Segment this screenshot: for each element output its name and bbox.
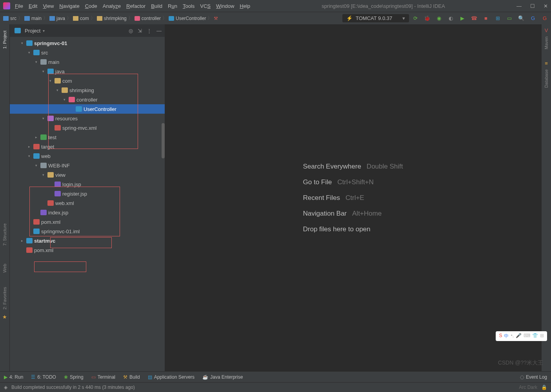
folder-icon: [40, 163, 47, 168]
status-bar: ◈ Build completed successfully in 2 s 44…: [0, 382, 551, 392]
tree-node-indexjsp[interactable]: index.jsp: [10, 208, 165, 217]
tree-node-web[interactable]: ▾web: [10, 151, 165, 161]
layers-icon[interactable]: ◈: [4, 385, 7, 390]
menu-run[interactable]: Run: [168, 3, 177, 9]
tree-node-loginjsp[interactable]: login.jsp: [10, 180, 165, 189]
search-icon[interactable]: 🔍: [518, 15, 524, 21]
tree-node-webinf[interactable]: ▾WEB-INF: [10, 161, 165, 170]
google-icon[interactable]: G: [530, 15, 536, 21]
target-icon[interactable]: ◎: [129, 28, 133, 34]
toolstrip-project[interactable]: 1: Project: [2, 27, 7, 52]
lock-icon[interactable]: 🔒: [541, 385, 547, 390]
debug-icon[interactable]: ☎: [471, 15, 477, 21]
bb-run[interactable]: ▶4: Run: [4, 374, 23, 380]
menu-tools[interactable]: Tools: [183, 3, 195, 9]
bc-src[interactable]: src: [10, 16, 16, 21]
tree-node-springmvcxml[interactable]: spring-mvc.xml: [10, 123, 165, 132]
tree-node-target[interactable]: ▸target: [10, 142, 165, 151]
watermark: CSDN @??米大王: [498, 359, 543, 367]
tree-node-com[interactable]: ▾com: [10, 76, 165, 85]
bc-com[interactable]: com: [80, 16, 89, 21]
tree-node-shrimpking[interactable]: ▾shrimpking: [10, 85, 165, 95]
tree-node-pomxml2[interactable]: pom.xml: [10, 245, 165, 255]
profile-icon[interactable]: ◐: [447, 15, 454, 21]
bb-terminal[interactable]: ▭Terminal: [91, 374, 115, 380]
bb-todo[interactable]: ☰6: TODO: [31, 374, 56, 380]
tree-node-springmvc01[interactable]: ▾springmvc-01: [10, 38, 165, 48]
tree-node-webxml[interactable]: web.xml: [10, 198, 165, 208]
package-icon: [73, 16, 78, 21]
tree-node-view[interactable]: ▾view: [10, 170, 165, 180]
source-folder-icon: [47, 69, 54, 74]
scrollbar-thumb[interactable]: [162, 123, 165, 158]
resources-icon: [47, 116, 54, 121]
menu-edit[interactable]: Edit: [29, 3, 37, 9]
tree-node-resources[interactable]: ▾resources: [10, 114, 165, 123]
minimize-icon[interactable]: —: [516, 3, 522, 9]
tree-node-java[interactable]: ▾java: [10, 67, 165, 76]
stop-icon[interactable]: ■: [483, 15, 489, 21]
toolstrip-maven[interactable]: Maven: [544, 33, 549, 53]
menu-analyze[interactable]: Analyze: [103, 3, 121, 9]
menu-vcs[interactable]: VCS: [200, 3, 211, 9]
run-icon[interactable]: ▶: [459, 15, 466, 21]
tree-node-startmvc[interactable]: ▸startmvc: [10, 236, 165, 245]
tree-node-controller[interactable]: ▾controller: [10, 95, 165, 104]
toolstrip-structure[interactable]: 7: Structure: [2, 220, 7, 249]
maximize-icon[interactable]: ☐: [530, 3, 535, 9]
jsp-icon: [55, 181, 61, 187]
coverage-icon[interactable]: ◉: [436, 15, 442, 21]
bb-eventlog[interactable]: ◌Event Log: [520, 374, 547, 380]
tree-node-test[interactable]: ▸test: [10, 132, 165, 142]
menu-code[interactable]: Code: [85, 3, 97, 9]
collapse-icon[interactable]: ⇲: [138, 28, 142, 34]
tree-node-iml[interactable]: springmvc-01.iml: [10, 227, 165, 236]
bb-spring[interactable]: ❀Spring: [64, 374, 84, 380]
toolstrip-web[interactable]: Web: [2, 261, 7, 276]
bc-controller[interactable]: controller: [142, 16, 161, 21]
chevron-down-icon[interactable]: ▾: [43, 29, 45, 33]
highlight-box: [34, 261, 86, 272]
tree-node-pomxml[interactable]: pom.xml: [10, 217, 165, 227]
panel-title-label[interactable]: Project: [25, 28, 40, 34]
tree-node-main[interactable]: ▾main: [10, 57, 165, 67]
menu-file[interactable]: File: [15, 3, 23, 9]
tree-node-src[interactable]: ▾src: [10, 48, 165, 57]
xml-icon: [55, 125, 61, 131]
bc-java[interactable]: java: [56, 16, 65, 21]
maven-icon: [26, 247, 33, 253]
run-config-label: TOMCAT 9.0.37: [356, 15, 392, 21]
bc-main[interactable]: main: [31, 16, 42, 21]
menu-window[interactable]: Window: [216, 3, 234, 9]
database-icon: ≡: [545, 60, 548, 66]
menu-help[interactable]: Help: [240, 3, 250, 9]
menu-view[interactable]: View: [43, 3, 54, 9]
bb-javaee[interactable]: ☕Java Enterprise: [202, 374, 243, 380]
hide-icon[interactable]: —: [156, 28, 162, 34]
toolstrip-favorites[interactable]: 2: Favorites: [2, 284, 7, 312]
ime-overlay[interactable]: S 中•,🎤⌨👕⊞: [496, 331, 547, 341]
rerun-icon[interactable]: ⟳: [412, 15, 418, 21]
more-icon[interactable]: ⋮: [147, 28, 152, 34]
bug-icon[interactable]: 🐞: [424, 15, 430, 21]
bc-usercontroller[interactable]: UserController: [176, 16, 206, 21]
google-icon2[interactable]: G: [542, 15, 548, 21]
bb-build[interactable]: ⚒Build: [123, 374, 140, 380]
close-icon[interactable]: ✕: [544, 3, 548, 9]
right-tool-strip: V Maven ≡ Database: [541, 24, 551, 371]
terminal-icon[interactable]: ▭: [506, 15, 513, 21]
bb-appservers[interactable]: ▤Application Servers: [148, 374, 195, 380]
project-tree: ▾springmvc-01 ▾src ▾main ▾java ▾com ▾shr…: [10, 37, 165, 371]
bc-shrimpking[interactable]: shrimpking: [104, 16, 127, 21]
main-menu: File Edit View Navigate Code Analyze Ref…: [15, 3, 250, 9]
toolstrip-database[interactable]: Database: [544, 66, 549, 91]
grid-icon[interactable]: ⊞: [495, 15, 501, 21]
tree-node-usercontroller[interactable]: UserController: [10, 104, 165, 114]
tree-node-registerjsp[interactable]: register.jsp: [10, 189, 165, 198]
menu-refactor[interactable]: Refactor: [126, 3, 145, 9]
run-config-select[interactable]: ⚡ TOMCAT 9.0.37 ▾: [342, 14, 409, 22]
editor-area[interactable]: Search EverywhereDouble Shift Go to File…: [165, 24, 541, 371]
hammer-icon[interactable]: ⚒: [214, 16, 218, 21]
menu-build[interactable]: Build: [151, 3, 162, 9]
menu-navigate[interactable]: Navigate: [59, 3, 79, 9]
